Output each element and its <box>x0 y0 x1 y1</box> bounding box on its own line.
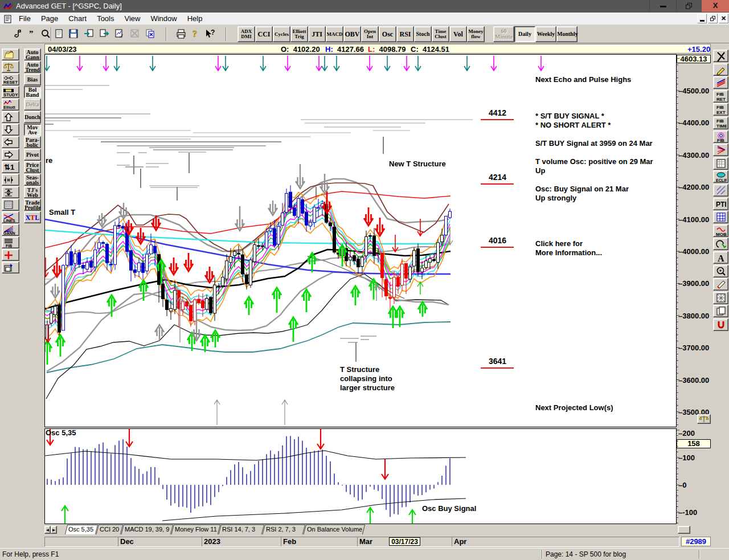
svg-text:Up strongly: Up strongly <box>535 194 577 202</box>
svg-text:3641: 3641 <box>489 357 506 366</box>
svg-text:⇅1: ⇅1 <box>4 163 14 171</box>
svg-text:Osc 5,35: Osc 5,35 <box>46 429 76 437</box>
svg-text:S/T BUY Signal at 3959 on 24 M: S/T BUY Signal at 3959 on 24 Mar <box>535 139 653 148</box>
svg-text:collapsing into: collapsing into <box>340 374 392 383</box>
svg-text:FIB: FIB <box>6 244 12 248</box>
svg-text:larger structure: larger structure <box>340 383 395 392</box>
svg-text:FIB: FIB <box>716 92 724 97</box>
svg-text:Next Echo and Pulse Highs: Next Echo and Pulse Highs <box>535 75 631 84</box>
svg-text:RESET: RESET <box>3 80 18 85</box>
svg-text:STUDY: STUDY <box>3 92 18 97</box>
svg-text:T volume Osc: positive on 29 M: T volume Osc: positive on 29 Mar <box>535 157 653 166</box>
svg-text:FIB: FIB <box>716 105 724 110</box>
svg-text:FIB: FIB <box>717 138 724 142</box>
svg-text:Up: Up <box>535 166 545 175</box>
svg-text:?: ? <box>193 29 197 39</box>
svg-text:GANN: GANN <box>3 231 15 235</box>
svg-text:More Information...: More Information... <box>535 248 602 257</box>
svg-text:RET: RET <box>716 97 726 102</box>
svg-text:Next Projected Low(s): Next Projected Low(s) <box>535 403 613 412</box>
svg-text:EXT: EXT <box>716 110 726 115</box>
svg-text:* S/T BUY SIGNAL *: * S/T BUY SIGNAL * <box>535 112 605 120</box>
svg-text:?: ? <box>211 28 215 36</box>
svg-text:Click here for: Click here for <box>535 239 583 248</box>
svg-text:Small T: Small T <box>49 208 75 216</box>
svg-text:4016: 4016 <box>489 236 506 245</box>
svg-text:* NO SHORT ALERT *: * NO SHORT ALERT * <box>535 121 611 129</box>
svg-text:A: A <box>718 254 724 263</box>
svg-text:PTI: PTI <box>716 201 727 209</box>
svg-text:TIME: TIME <box>716 124 727 129</box>
svg-text:New T Structure: New T Structure <box>389 160 446 168</box>
svg-text:4214: 4214 <box>489 173 506 182</box>
svg-text:ECLIPS: ECLIPS <box>716 178 727 182</box>
svg-text:re: re <box>46 156 52 165</box>
svg-text:T Structure: T Structure <box>340 365 379 374</box>
svg-text:Osc Buy Signal: Osc Buy Signal <box>422 504 476 513</box>
svg-text:4412: 4412 <box>489 108 506 117</box>
svg-text:Elliott: Elliott <box>3 105 15 110</box>
svg-text:Osc: Buy Signal on 21 Mar: Osc: Buy Signal on 21 Mar <box>535 185 629 193</box>
svg-text:FIB: FIB <box>716 118 724 124</box>
svg-text:”: ” <box>29 29 34 38</box>
svg-text:LINES: LINES <box>3 219 15 223</box>
svg-text:MOB: MOB <box>716 232 727 236</box>
